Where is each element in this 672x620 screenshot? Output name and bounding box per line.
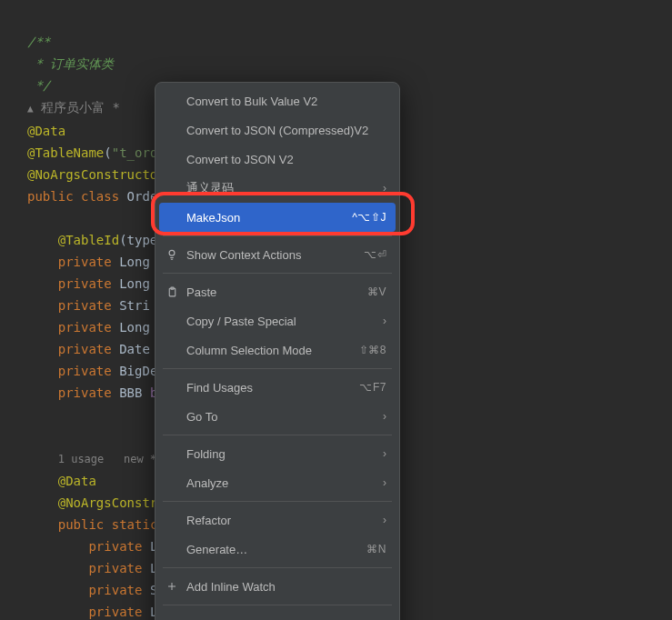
menu-label: Paste [186,285,367,299]
menu-goto[interactable]: Go To › [155,402,399,431]
menu-label: MakeJson [186,211,352,225]
menu-shortcut: ⌥⏎ [364,248,386,261]
menu-column-selection[interactable]: Column Selection Mode ⇧⌘8 [155,335,399,365]
menu-shortcut: ^⌥⇧J [352,211,386,224]
menu-label: Add Inline Watch [186,580,386,594]
inner-anno-data: @Data [58,474,96,488]
menu-label: Convert to JSON V2 [186,153,386,166]
menu-label: Show Context Actions [186,248,364,262]
anno-tableid: @TableId [58,233,119,247]
menu-separator [163,235,392,236]
kw-private-11: private [88,605,142,619]
menu-convert-json-compressed[interactable]: Convert to JSON (Compressed)V2 [155,115,399,145]
chevron-right-icon: › [383,315,386,327]
menu-analyze[interactable]: Analyze › [155,468,399,497]
comment-line: * 订单实体类 [27,56,114,71]
kw-private-6: private [58,364,112,378]
menu-shortcut: ⌥F7 [359,381,386,394]
menu-show-context-actions[interactable]: Show Context Actions ⌥⏎ [155,240,399,269]
chevron-right-icon: › [383,447,386,460]
menu-label: 通义灵码 [186,180,383,196]
menu-separator [163,368,392,369]
type-date: Date [119,342,150,356]
kw-class: class [81,189,119,204]
chevron-right-icon: › [383,182,386,195]
menu-label: Convert to JSON (Compressed)V2 [186,124,386,137]
kw-private-10: private [88,583,142,597]
menu-label: Compile And Reload File [186,617,386,621]
cls-name: Orde [127,189,158,204]
anno-tablename: @TableName [27,145,104,160]
menu-refactor[interactable]: Refactor › [155,505,399,535]
menu-add-inline-watch[interactable]: Add Inline Watch [155,572,399,601]
menu-shortcut: ⌘N [366,543,386,555]
type-long-3: Long [119,320,150,335]
plus-icon [165,579,179,594]
menu-label: Folding [186,447,383,461]
menu-separator [163,501,392,502]
menu-copy-paste-special[interactable]: Copy / Paste Special › [155,306,399,335]
kw-static: static [112,517,158,532]
menu-label: Go To [186,410,383,424]
kw-private-1: private [58,255,112,269]
menu-label: Refactor [186,514,383,527]
tableid-arg: (type [119,233,157,247]
menu-separator [163,567,392,568]
anno-data: @Data [27,124,65,138]
kw-private-5: private [58,342,112,356]
type-string: Stri [119,298,150,313]
menu-find-usages[interactable]: Find Usages ⌥F7 [155,373,399,402]
kw-public: public [27,189,74,204]
chevron-right-icon: › [383,514,386,526]
svg-point-0 [169,250,175,255]
menu-label: Copy / Paste Special [186,315,383,328]
menu-paste[interactable]: Paste ⌘V [155,277,399,306]
menu-label: Find Usages [186,381,359,395]
type-long-2: Long [119,276,150,291]
menu-tongyi[interactable]: 通义灵码 › [155,174,399,203]
author-text: 程序员小富 * [41,100,120,115]
menu-separator [163,435,392,435]
kw-private-4: private [58,320,112,335]
menu-shortcut: ⌘V [367,285,386,298]
kw-private-3: private [58,298,112,313]
menu-separator [163,273,392,274]
chevron-right-icon: › [383,410,386,423]
usage-hint: 1 usage new * [58,453,156,465]
type-long-1: Long [119,255,150,269]
type-bigdec: BigDe [119,364,157,378]
author-icon: ▲ [27,103,34,115]
type-bbb: BBB [119,385,142,400]
menu-folding[interactable]: Folding › [155,439,399,468]
menu-label: Analyze [186,476,383,490]
paren: ( [104,145,111,160]
menu-convert-json[interactable]: Convert to JSON V2 [155,145,399,174]
menu-shortcut: ⇧⌘8 [359,344,386,356]
inner-anno-noargs: @NoArgsConstr [58,495,158,510]
menu-convert-bulk[interactable]: Convert to Bulk Value V2 [155,86,399,115]
kw-public-2: public [58,517,105,532]
chevron-right-icon: › [383,476,386,489]
menu-separator [163,605,392,605]
context-menu: Convert to Bulk Value V2 Convert to JSON… [155,82,400,620]
str-table: "t_ord [112,145,158,160]
anno-noargs: @NoArgsConstructo [27,167,157,182]
menu-makejson[interactable]: MakeJson ^⌥⇧J [159,203,396,232]
kw-private-8: private [88,539,142,554]
menu-compile-reload[interactable]: Compile And Reload File [155,609,399,620]
menu-generate[interactable]: Generate… ⌘N [155,535,399,564]
menu-label: Generate… [186,543,366,556]
kw-private-2: private [58,276,112,291]
comment-open: /** [27,35,50,49]
menu-label: Convert to Bulk Value V2 [186,95,386,108]
comment-close: */ [27,78,50,93]
bulb-icon [165,247,179,262]
kw-private-9: private [88,561,142,575]
kw-private-7: private [58,385,112,400]
menu-label: Column Selection Mode [186,344,359,357]
clipboard-icon [165,285,179,299]
